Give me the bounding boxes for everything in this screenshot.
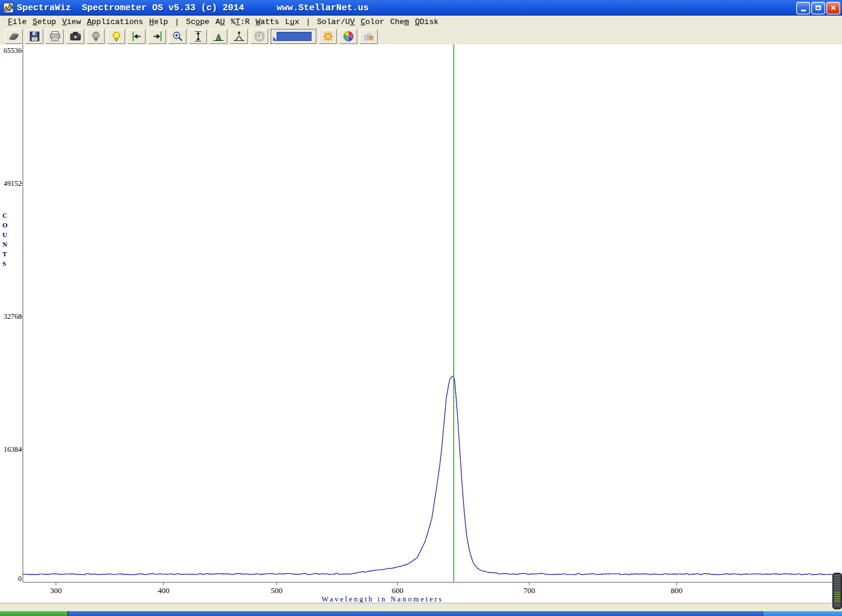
x-axis-title: Wavelength in Nanometers	[322, 595, 443, 603]
sun-icon	[322, 30, 334, 43]
y-axis-title-letter: T	[2, 250, 7, 257]
restore-button[interactable]	[811, 2, 825, 14]
svg-text:32768: 32768	[4, 312, 22, 321]
svg-text:0: 0	[18, 574, 22, 583]
peak-hold-button[interactable]	[230, 29, 248, 44]
menu-item-file[interactable]: File	[5, 17, 29, 27]
menu-item-lux[interactable]: Lux	[282, 17, 302, 27]
sun-button[interactable]	[319, 29, 337, 44]
taskbar	[0, 611, 842, 616]
camera-button[interactable]	[66, 29, 84, 44]
menu-item-solaruv[interactable]: Solar/UV	[314, 17, 357, 27]
menu-item-chem[interactable]: Chem	[387, 17, 412, 27]
zoom-in-button[interactable]	[168, 29, 186, 44]
window-title: SpectraWiz Spectrometer OS v5.33 (c) 201…	[17, 3, 796, 13]
capture-bar	[277, 32, 312, 41]
app-window: SpectraWiz Spectrometer OS v5.33 (c) 201…	[0, 0, 842, 616]
autoscale-icon	[192, 30, 204, 43]
print-icon	[49, 30, 61, 43]
open-icon	[8, 30, 20, 43]
taskbar-middle	[69, 611, 763, 616]
color-wheel-icon	[342, 30, 355, 43]
svg-text:65536: 65536	[4, 46, 22, 55]
lamp-on-button[interactable]	[107, 29, 125, 44]
cursor-right-button[interactable]	[148, 29, 166, 44]
y-axis-title-letter: N	[2, 241, 7, 248]
svg-text:400: 400	[158, 586, 170, 595]
svg-text:600: 600	[392, 586, 404, 595]
start-button[interactable]	[0, 611, 69, 616]
menu-separator: |	[303, 17, 315, 26]
svg-text:16384: 16384	[4, 445, 22, 454]
autoscale-button[interactable]	[189, 29, 207, 44]
open-button[interactable]	[5, 29, 23, 44]
save-icon	[28, 30, 41, 43]
peak-hold-icon	[233, 30, 245, 43]
menu-item-setup[interactable]: Setup	[29, 17, 59, 27]
title-bar: SpectraWiz Spectrometer OS v5.33 (c) 201…	[0, 0, 842, 16]
capture-bar-button[interactable]	[271, 29, 316, 44]
spectrum-chart: 016384327684915265536300400500600700800W…	[0, 45, 842, 603]
y-axis-title-letter: O	[2, 221, 8, 229]
cursor-left-button[interactable]	[128, 29, 146, 44]
svg-text:700: 700	[523, 586, 535, 595]
lamp-off-button[interactable]	[87, 29, 105, 44]
chart-button[interactable]	[360, 29, 378, 44]
app-icon	[3, 2, 14, 13]
chart-area[interactable]: 016384327684915265536300400500600700800W…	[0, 45, 842, 603]
menu-bar: FileSetupViewApplicationsHelp|ScopeAU%T:…	[0, 16, 842, 28]
menu-item-qdisk[interactable]: QDisk	[412, 17, 441, 27]
timer-icon	[253, 30, 266, 43]
save-button[interactable]	[25, 29, 43, 44]
peak-button[interactable]	[209, 29, 227, 44]
menu-item-tr[interactable]: %T:R	[228, 17, 253, 27]
y-axis-title-letter: C	[2, 212, 7, 219]
zoom-in-icon	[171, 30, 184, 43]
chart-icon	[363, 30, 375, 43]
y-axis-title-letter: U	[2, 231, 7, 238]
svg-text:800: 800	[671, 586, 683, 595]
lamp-off-icon	[90, 30, 102, 43]
print-button[interactable]	[46, 29, 64, 44]
cursor-right-icon	[151, 30, 164, 43]
menu-item-au[interactable]: AU	[212, 17, 228, 27]
peak-icon	[212, 30, 225, 43]
menu-separator: |	[171, 17, 183, 26]
cursor-left-icon	[131, 30, 143, 43]
close-button[interactable]: ✕	[826, 2, 840, 14]
spectrum-trace	[23, 376, 840, 575]
timer-button[interactable]	[250, 29, 268, 44]
menu-item-view[interactable]: View	[59, 17, 84, 27]
menu-item-help[interactable]: Help	[146, 17, 171, 27]
camera-icon	[69, 30, 82, 43]
level-indicator[interactable]	[832, 573, 842, 609]
svg-text:49152: 49152	[4, 179, 22, 188]
status-bar: SCOPE-> Wave:642.71nm Pix:1075 Val:25150…	[0, 603, 842, 611]
menu-item-watts[interactable]: Watts	[253, 17, 282, 27]
svg-text:300: 300	[50, 586, 62, 595]
taskbar-tray	[763, 611, 842, 616]
svg-text:500: 500	[271, 586, 283, 595]
menu-item-applications[interactable]: Applications	[84, 17, 146, 27]
menu-item-color[interactable]: Color	[358, 17, 387, 27]
menu-item-scope[interactable]: Scope	[183, 17, 212, 27]
minimize-button[interactable]	[796, 2, 810, 14]
y-axis-title-letter: S	[2, 260, 6, 267]
color-wheel-button[interactable]	[339, 29, 357, 44]
toolbar	[0, 28, 842, 45]
lamp-on-icon	[110, 30, 123, 43]
